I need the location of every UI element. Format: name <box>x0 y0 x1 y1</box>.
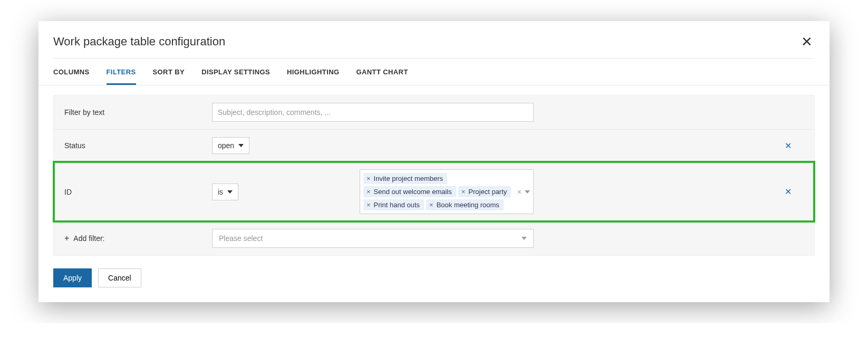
close-icon[interactable]: ✕ <box>799 33 815 51</box>
modal-title: Work package table configuration <box>53 35 225 49</box>
chevron-down-icon <box>238 144 244 147</box>
filter-id-row: ID is ×Invite project members ×Send out … <box>54 162 814 221</box>
filter-status-label: Status <box>64 141 212 150</box>
remove-status-filter-icon[interactable]: ✕ <box>772 141 804 151</box>
apply-button[interactable]: Apply <box>53 268 92 287</box>
plus-icon: + <box>64 234 69 243</box>
chip-remove-icon[interactable]: × <box>461 188 466 195</box>
chip-label: Invite project members <box>374 175 443 182</box>
tab-gantt-chart[interactable]: GANTT CHART <box>356 59 408 85</box>
modal-footer: Apply Cancel <box>38 256 830 302</box>
chip-label: Send out welcome emails <box>374 188 452 196</box>
cancel-button[interactable]: Cancel <box>98 268 141 287</box>
chip-label: Book meeting rooms <box>437 201 499 209</box>
id-operator-value: is <box>218 188 223 196</box>
chip-remove-icon[interactable]: × <box>429 201 433 208</box>
tab-sort-by[interactable]: SORT BY <box>153 59 185 85</box>
chip: ×Print hand outs <box>363 199 424 210</box>
chip: ×Book meeting rooms <box>426 199 504 210</box>
status-select-value: open <box>218 141 234 150</box>
modal-header: Work package table configuration ✕ <box>38 21 830 58</box>
tab-highlighting[interactable]: HIGHLIGHTING <box>287 59 339 85</box>
filters-panel: Filter by text Status open ✕ ID is <box>53 95 815 256</box>
filter-text-input[interactable] <box>212 103 534 122</box>
tab-filters[interactable]: FILTERS <box>107 59 136 85</box>
chip-label: Project party <box>468 188 507 196</box>
filter-status-row: Status open ✕ <box>54 130 814 162</box>
add-filter-row: + Add filter: Please select <box>54 221 814 255</box>
chip-remove-icon[interactable]: × <box>367 188 371 195</box>
id-operator-select[interactable]: is <box>212 184 238 200</box>
chip-remove-icon[interactable]: × <box>367 201 371 208</box>
chip: ×Invite project members <box>363 173 447 184</box>
tabs: COLUMNS FILTERS SORT BY DISPLAY SETTINGS… <box>38 59 830 85</box>
chevron-down-icon <box>227 190 233 194</box>
filter-text-label: Filter by text <box>64 108 212 117</box>
clear-all-icon[interactable]: × <box>517 188 522 196</box>
tab-columns[interactable]: COLUMNS <box>53 59 90 85</box>
chevron-down-icon[interactable] <box>525 190 530 194</box>
tab-display-settings[interactable]: DISPLAY SETTINGS <box>201 59 270 85</box>
filter-id-label: ID <box>64 188 212 196</box>
add-filter-placeholder: Please select <box>219 234 263 243</box>
config-modal: Work package table configuration ✕ COLUM… <box>38 21 830 302</box>
chip-remove-icon[interactable]: × <box>367 175 371 182</box>
filter-text-row: Filter by text <box>54 95 814 130</box>
chip: ×Send out welcome emails <box>363 186 456 197</box>
status-select[interactable]: open <box>212 137 249 154</box>
remove-id-filter-icon[interactable]: ✕ <box>772 187 804 197</box>
chip: ×Project party <box>458 186 512 197</box>
chip-label: Print hand outs <box>374 201 420 209</box>
multi-select-controls: × <box>517 188 530 196</box>
chevron-down-icon <box>522 237 527 240</box>
add-filter-label: + Add filter: <box>64 234 212 243</box>
id-multi-select[interactable]: ×Invite project members ×Send out welcom… <box>360 169 534 214</box>
add-filter-select[interactable]: Please select <box>212 229 534 248</box>
add-filter-text: Add filter: <box>73 234 104 243</box>
